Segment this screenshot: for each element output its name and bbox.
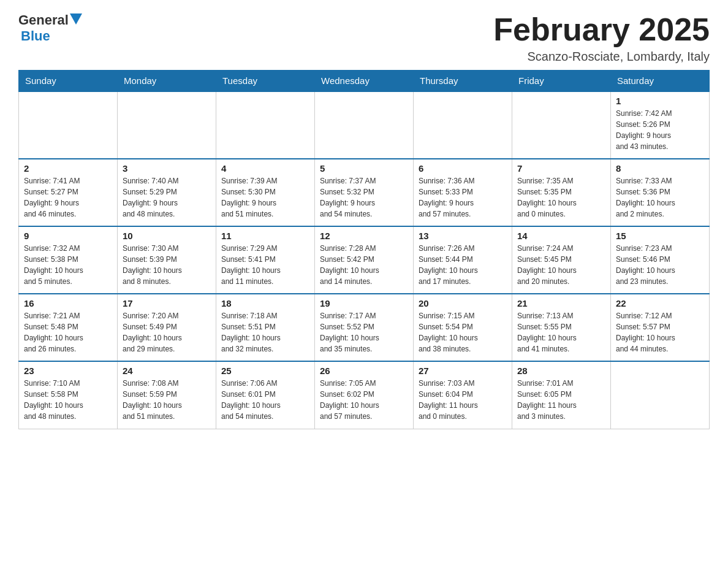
calendar-day-cell: 26Sunrise: 7:05 AM Sunset: 6:02 PM Dayli… — [315, 361, 414, 429]
calendar-week-row: 16Sunrise: 7:21 AM Sunset: 5:48 PM Dayli… — [19, 294, 710, 361]
calendar-day-cell: 1Sunrise: 7:42 AM Sunset: 5:26 PM Daylig… — [611, 91, 710, 159]
day-number: 27 — [419, 366, 507, 376]
day-number: 26 — [320, 366, 408, 376]
month-title: February 2025 — [493, 12, 710, 47]
day-number: 18 — [221, 298, 309, 308]
day-number: 23 — [24, 366, 112, 376]
day-info: Sunrise: 7:40 AM Sunset: 5:29 PM Dayligh… — [123, 175, 211, 220]
calendar-weekday-header: Sunday — [19, 71, 118, 92]
day-info: Sunrise: 7:26 AM Sunset: 5:44 PM Dayligh… — [419, 243, 507, 287]
day-number: 8 — [616, 163, 704, 174]
day-number: 6 — [419, 163, 507, 174]
calendar-day-cell: 13Sunrise: 7:26 AM Sunset: 5:44 PM Dayli… — [414, 226, 512, 294]
title-block: February 2025 Scanzo-Rosciate, Lombardy,… — [493, 12, 710, 64]
day-number: 19 — [320, 298, 408, 308]
calendar-weekday-header: Tuesday — [216, 71, 315, 92]
calendar-day-cell: 18Sunrise: 7:18 AM Sunset: 5:51 PM Dayli… — [216, 294, 315, 361]
calendar-day-cell: 20Sunrise: 7:15 AM Sunset: 5:54 PM Dayli… — [414, 294, 512, 361]
day-number: 12 — [320, 231, 408, 241]
logo-general-text: General — [18, 12, 69, 28]
day-number: 15 — [616, 231, 704, 241]
calendar-day-cell: 7Sunrise: 7:35 AM Sunset: 5:35 PM Daylig… — [512, 159, 611, 226]
logo-triangle-icon — [70, 13, 82, 25]
day-number: 3 — [123, 163, 211, 174]
day-number: 14 — [517, 231, 605, 241]
day-info: Sunrise: 7:21 AM Sunset: 5:48 PM Dayligh… — [24, 310, 112, 354]
day-info: Sunrise: 7:41 AM Sunset: 5:27 PM Dayligh… — [24, 175, 112, 220]
logo-blue-text: Blue — [21, 28, 50, 44]
calendar-day-cell: 4Sunrise: 7:39 AM Sunset: 5:30 PM Daylig… — [216, 159, 315, 226]
calendar-day-cell: 8Sunrise: 7:33 AM Sunset: 5:36 PM Daylig… — [611, 159, 710, 226]
calendar-day-cell: 6Sunrise: 7:36 AM Sunset: 5:33 PM Daylig… — [414, 159, 512, 226]
calendar-week-row: 23Sunrise: 7:10 AM Sunset: 5:58 PM Dayli… — [19, 361, 710, 429]
day-info: Sunrise: 7:24 AM Sunset: 5:45 PM Dayligh… — [517, 243, 605, 287]
day-info: Sunrise: 7:12 AM Sunset: 5:57 PM Dayligh… — [616, 310, 704, 354]
calendar-weekday-header: Friday — [512, 71, 611, 92]
day-info: Sunrise: 7:36 AM Sunset: 5:33 PM Dayligh… — [419, 175, 507, 220]
calendar-day-cell: 2Sunrise: 7:41 AM Sunset: 5:27 PM Daylig… — [19, 159, 118, 226]
calendar-day-cell — [216, 91, 315, 159]
day-number: 13 — [419, 231, 507, 241]
day-info: Sunrise: 7:03 AM Sunset: 6:04 PM Dayligh… — [419, 378, 507, 422]
calendar-day-cell: 14Sunrise: 7:24 AM Sunset: 5:45 PM Dayli… — [512, 226, 611, 294]
calendar-day-cell — [315, 91, 414, 159]
day-number: 1 — [616, 96, 704, 106]
day-number: 24 — [123, 366, 211, 376]
calendar-weekday-header: Wednesday — [315, 71, 414, 92]
day-number: 10 — [123, 231, 211, 241]
day-info: Sunrise: 7:08 AM Sunset: 5:59 PM Dayligh… — [123, 378, 211, 422]
calendar-day-cell: 16Sunrise: 7:21 AM Sunset: 5:48 PM Dayli… — [19, 294, 118, 361]
calendar-weekday-header: Saturday — [611, 71, 710, 92]
day-info: Sunrise: 7:01 AM Sunset: 6:05 PM Dayligh… — [517, 378, 605, 422]
day-info: Sunrise: 7:32 AM Sunset: 5:38 PM Dayligh… — [24, 243, 112, 287]
calendar-day-cell: 12Sunrise: 7:28 AM Sunset: 5:42 PM Dayli… — [315, 226, 414, 294]
calendar-day-cell: 17Sunrise: 7:20 AM Sunset: 5:49 PM Dayli… — [118, 294, 216, 361]
day-info: Sunrise: 7:39 AM Sunset: 5:30 PM Dayligh… — [221, 175, 309, 220]
day-info: Sunrise: 7:05 AM Sunset: 6:02 PM Dayligh… — [320, 378, 408, 422]
location-subtitle: Scanzo-Rosciate, Lombardy, Italy — [493, 50, 710, 64]
day-info: Sunrise: 7:28 AM Sunset: 5:42 PM Dayligh… — [320, 243, 408, 287]
day-info: Sunrise: 7:20 AM Sunset: 5:49 PM Dayligh… — [123, 310, 211, 354]
calendar-day-cell — [118, 91, 216, 159]
calendar-day-cell: 24Sunrise: 7:08 AM Sunset: 5:59 PM Dayli… — [118, 361, 216, 429]
day-info: Sunrise: 7:29 AM Sunset: 5:41 PM Dayligh… — [221, 243, 309, 287]
day-info: Sunrise: 7:35 AM Sunset: 5:35 PM Dayligh… — [517, 175, 605, 220]
calendar-day-cell: 27Sunrise: 7:03 AM Sunset: 6:04 PM Dayli… — [414, 361, 512, 429]
day-number: 17 — [123, 298, 211, 308]
logo: General Blue — [18, 12, 82, 44]
day-info: Sunrise: 7:18 AM Sunset: 5:51 PM Dayligh… — [221, 310, 309, 354]
day-number: 28 — [517, 366, 605, 376]
day-info: Sunrise: 7:37 AM Sunset: 5:32 PM Dayligh… — [320, 175, 408, 220]
page-header: General Blue February 2025 Scanzo-Roscia… — [18, 12, 710, 64]
day-info: Sunrise: 7:42 AM Sunset: 5:26 PM Dayligh… — [616, 108, 704, 152]
day-number: 25 — [221, 366, 309, 376]
day-number: 20 — [419, 298, 507, 308]
calendar-day-cell: 9Sunrise: 7:32 AM Sunset: 5:38 PM Daylig… — [19, 226, 118, 294]
calendar-week-row: 2Sunrise: 7:41 AM Sunset: 5:27 PM Daylig… — [19, 159, 710, 226]
calendar-day-cell — [19, 91, 118, 159]
day-info: Sunrise: 7:30 AM Sunset: 5:39 PM Dayligh… — [123, 243, 211, 287]
calendar-day-cell — [512, 91, 611, 159]
calendar-day-cell: 22Sunrise: 7:12 AM Sunset: 5:57 PM Dayli… — [611, 294, 710, 361]
calendar-day-cell: 15Sunrise: 7:23 AM Sunset: 5:46 PM Dayli… — [611, 226, 710, 294]
day-info: Sunrise: 7:23 AM Sunset: 5:46 PM Dayligh… — [616, 243, 704, 287]
day-number: 5 — [320, 163, 408, 174]
calendar-header-row: SundayMondayTuesdayWednesdayThursdayFrid… — [19, 71, 710, 92]
calendar-day-cell: 28Sunrise: 7:01 AM Sunset: 6:05 PM Dayli… — [512, 361, 611, 429]
day-number: 16 — [24, 298, 112, 308]
calendar-day-cell — [611, 361, 710, 429]
calendar-day-cell: 19Sunrise: 7:17 AM Sunset: 5:52 PM Dayli… — [315, 294, 414, 361]
calendar-day-cell: 3Sunrise: 7:40 AM Sunset: 5:29 PM Daylig… — [118, 159, 216, 226]
calendar-weekday-header: Thursday — [414, 71, 512, 92]
calendar-day-cell: 23Sunrise: 7:10 AM Sunset: 5:58 PM Dayli… — [19, 361, 118, 429]
calendar-day-cell: 21Sunrise: 7:13 AM Sunset: 5:55 PM Dayli… — [512, 294, 611, 361]
calendar-week-row: 1Sunrise: 7:42 AM Sunset: 5:26 PM Daylig… — [19, 91, 710, 159]
calendar-day-cell: 11Sunrise: 7:29 AM Sunset: 5:41 PM Dayli… — [216, 226, 315, 294]
calendar-week-row: 9Sunrise: 7:32 AM Sunset: 5:38 PM Daylig… — [19, 226, 710, 294]
day-number: 9 — [24, 231, 112, 241]
day-info: Sunrise: 7:17 AM Sunset: 5:52 PM Dayligh… — [320, 310, 408, 354]
day-number: 11 — [221, 231, 309, 241]
calendar-day-cell: 5Sunrise: 7:37 AM Sunset: 5:32 PM Daylig… — [315, 159, 414, 226]
day-info: Sunrise: 7:10 AM Sunset: 5:58 PM Dayligh… — [24, 378, 112, 422]
calendar-day-cell: 10Sunrise: 7:30 AM Sunset: 5:39 PM Dayli… — [118, 226, 216, 294]
